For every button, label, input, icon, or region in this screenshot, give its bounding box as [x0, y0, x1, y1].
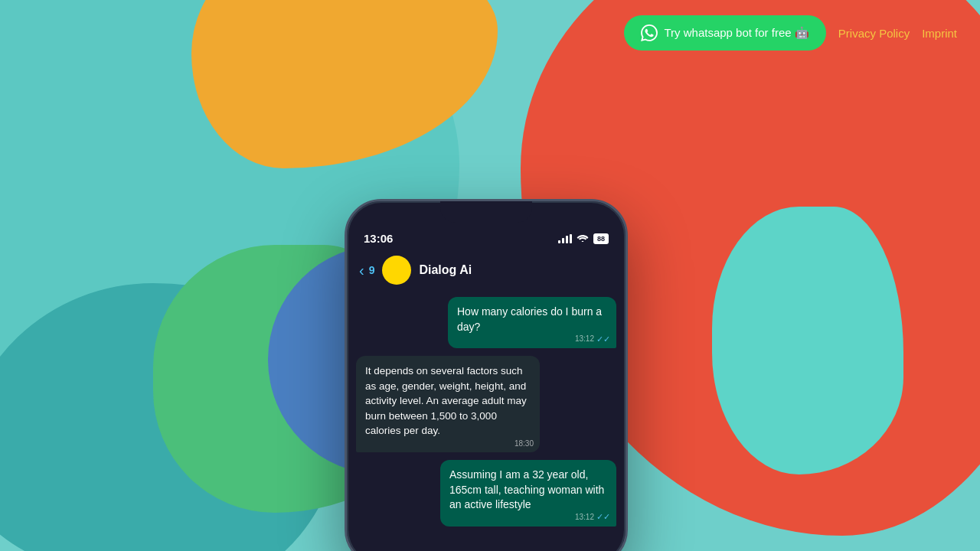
- contact-name: Dialog Ai: [419, 263, 472, 277]
- back-button[interactable]: ‹: [359, 262, 364, 279]
- header: Try whatsapp bot for free 🤖 Privacy Poli…: [601, 0, 980, 66]
- message-sent-1: How many calories do I burn a day? 13:12…: [448, 297, 616, 348]
- message-text: Assuming I am a 32 year old, 165cm tall,…: [449, 468, 604, 510]
- svg-point-0: [582, 241, 584, 242]
- chat-area: How many calories do I burn a day? 13:12…: [347, 291, 626, 533]
- chat-header: ‹ 9 Dialog Ai: [347, 249, 626, 291]
- signal-icon: [558, 234, 572, 243]
- message-received-1: It depends on several factors such as ag…: [356, 356, 540, 452]
- chat-count-badge: 9: [369, 264, 375, 276]
- message-timestamp-2: 18:30: [514, 439, 534, 450]
- blob-teal2: [712, 207, 903, 474]
- phone-frame: 13:06 88 ‹: [345, 199, 628, 551]
- message-text: It depends on several factors such as ag…: [365, 365, 527, 436]
- whatsapp-icon: [641, 24, 658, 41]
- imprint-link[interactable]: Imprint: [922, 27, 957, 40]
- read-receipt-icon-2: ✓✓: [596, 511, 610, 523]
- message-timestamp-1: 13:12 ✓✓: [575, 334, 610, 345]
- message-timestamp-3: 13:12 ✓✓: [575, 511, 610, 523]
- status-bar: 13:06 88: [347, 223, 626, 249]
- phone-mockup: 13:06 88 ‹: [345, 199, 628, 551]
- message-sent-2: Assuming I am a 32 year old, 165cm tall,…: [440, 460, 616, 527]
- status-time: 13:06: [364, 232, 393, 245]
- volume-down-button: [345, 312, 345, 339]
- battery-indicator: 88: [593, 233, 609, 244]
- contact-avatar: [382, 256, 411, 285]
- volume-up-button: [345, 278, 345, 305]
- read-receipt-icon: ✓✓: [596, 334, 610, 345]
- power-button: [627, 293, 628, 331]
- message-text: How many calories do I burn a day?: [457, 305, 602, 333]
- status-icons: 88: [558, 233, 609, 244]
- privacy-policy-link[interactable]: Privacy Policy: [838, 27, 910, 40]
- whatsapp-cta-button[interactable]: Try whatsapp bot for free 🤖: [624, 15, 825, 51]
- whatsapp-cta-label: Try whatsapp bot for free 🤖: [664, 26, 808, 40]
- wifi-icon: [577, 233, 589, 244]
